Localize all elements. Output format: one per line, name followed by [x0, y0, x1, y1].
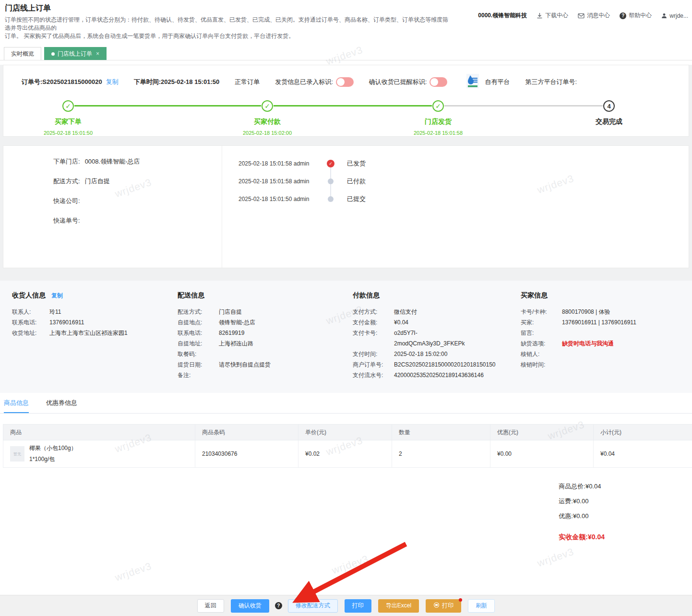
receipt-reminder-toggle[interactable]	[430, 77, 447, 87]
product-spec: 1*100g/包	[29, 455, 77, 463]
modify-delivery-button[interactable]: 修改配送方式	[288, 599, 338, 613]
platform-type: 自有平台	[485, 78, 510, 86]
envelope-icon	[578, 13, 585, 19]
footer-action-bar: 返回 确认收货 ? 修改配送方式 打印 导出Excel 打印 刷新	[0, 595, 692, 616]
order-info-row: 订单号:S2025021815000020 复制 下单时间:2025-02-18…	[3, 74, 689, 90]
company-name: 0000.领锋智能科技	[478, 12, 527, 20]
question-circle-icon: ?	[620, 12, 626, 19]
dot-icon	[328, 178, 334, 184]
store-value: 0008.领锋智能-总店	[85, 157, 140, 166]
top-navigation: 0000.领锋智能科技 下载中心 消息中心 ? 帮助中心 wrjde...	[478, 12, 688, 20]
copy-order-no-link[interactable]: 复制	[106, 78, 119, 86]
order-type: 正常订单	[235, 78, 260, 86]
product-name: 椰果（小包100g）	[29, 444, 77, 452]
step-transaction-complete: 4 交易完成	[556, 100, 662, 126]
tab-coupon-info[interactable]: 优惠券信息	[46, 399, 77, 413]
payment-info-column: 付款信息 支付方式:微信支付 支付金额:¥0.04 支付卡号:o2d5Y7I- …	[353, 291, 521, 380]
product-discount: ¥0.00	[490, 440, 594, 468]
third-party-order-label: 第三方平台订单号:	[525, 78, 577, 86]
toggle-knob	[430, 78, 438, 86]
discount-value: ¥0.00	[573, 512, 589, 520]
download-icon	[537, 12, 543, 19]
tab-bar: 实时概览 门店线上订单 ×	[0, 46, 692, 60]
step-buyer-payment: ✓ 买家付款 2025-02-18 15:02:00	[215, 100, 320, 136]
tab-close-icon[interactable]: ×	[96, 50, 99, 57]
shipping-info-toggle[interactable]	[336, 77, 354, 87]
timeline-entry: 2025-02-18 15:01:58 admin ✓ 已发货	[239, 154, 689, 172]
order-time-value: 2025-02-18 15:01:50	[161, 78, 219, 85]
order-info-section: 收货人信息复制 联系人:玲11 联系电话:13769016911 收货地址:上海…	[0, 281, 692, 393]
store-info-panel: 下单门店:0008.领锋智能-总店 配送方式:门店自提 快递公司: 快递单号:	[3, 146, 222, 268]
store-online-order-page: wrjdev3 wrjdev3 wrjdev3 wrjdev3 wrjdev3 …	[0, 0, 692, 616]
product-barcode: 21034030676	[195, 440, 298, 468]
watermark: wrjdev3	[330, 553, 370, 577]
product-subtotal: ¥0.04	[594, 440, 692, 468]
tab-realtime-overview[interactable]: 实时概览	[4, 47, 41, 60]
step-store-shipment: ✓ 门店发货 2025-02-18 15:01:58	[385, 100, 491, 136]
toggle-knob	[337, 78, 345, 86]
actual-amount: 实收金额:¥0.04	[559, 533, 605, 542]
order-totals: 商品总价:¥0.04 运费:¥0.00 优惠:¥0.00 实收金额:¥0.04	[0, 482, 605, 542]
export-excel-button[interactable]: 导出Excel	[378, 599, 419, 613]
goods-total-value: ¥0.04	[585, 483, 601, 490]
watermark: wrjdev3	[536, 546, 575, 569]
confirm-help-badge-icon[interactable]: ?	[275, 602, 282, 609]
order-progress-steps: ✓ 买家下单 2025-02-18 15:01:50 ✓ 买家付款 2025-0…	[3, 100, 689, 144]
timeline-entry: 2025-02-18 15:01:50 admin 已提交	[239, 190, 689, 208]
check-circle-icon: ✓	[62, 100, 74, 112]
user-menu[interactable]: wrjde...	[661, 12, 688, 19]
refresh-button[interactable]: 刷新	[468, 599, 495, 613]
help-center-link[interactable]: ? 帮助中心	[620, 12, 652, 20]
product-table-wrap: 商品 商品条码 单价(元) 数量 优惠(元) 小计(元) 暂无 椰果（小包100…	[3, 424, 692, 468]
order-no-value: S2025021815000020	[42, 78, 102, 85]
delivery-info-column: 配送信息 配送方式:门店自提 自提地点:领锋智能-总店 联系电话:8261991…	[178, 291, 353, 380]
order-time-label: 下单时间:	[134, 78, 161, 86]
check-circle-icon: ✓	[432, 100, 444, 112]
table-row: 暂无 椰果（小包100g） 1*100g/包 21034030676 ¥0.02…	[3, 440, 692, 468]
order-no-label: 订单号:	[22, 78, 42, 86]
check-circle-icon: ✓	[262, 100, 273, 112]
tab-product-info[interactable]: 商品信息	[4, 399, 29, 413]
content-area: 订单号:S2025021815000020 复制 下单时间:2025-02-18…	[0, 65, 692, 393]
tab-store-online-order[interactable]: 门店线上订单 ×	[44, 47, 107, 60]
product-qty: 2	[392, 440, 490, 468]
buyer-info-column: 买家信息 卡号/卡种:8800170908 | 体验 买家:1376901691…	[521, 291, 692, 380]
page-description-line1: 订单按照不同的状态进行管理，订单状态分别为：待付款、待确认、待发货、优品直发、已…	[5, 16, 451, 32]
delivery-method-value: 门店自提	[85, 177, 110, 186]
platform-logo	[466, 74, 479, 90]
back-button[interactable]: 返回	[197, 599, 224, 613]
tab-active-dot	[51, 52, 55, 56]
download-center-link[interactable]: 下载中心	[537, 12, 568, 20]
page-description-line2: 订单。 买家购买了优品商品后，系统会自动生成一笔要货单，用于商家确认订单向平台支…	[5, 32, 451, 40]
product-tab-bar: 商品信息 优惠券信息	[0, 393, 692, 414]
order-summary-card: 订单号:S2025021815000020 复制 下单时间:2025-02-18…	[3, 65, 689, 137]
order-detail-card: 下单门店:0008.领锋智能-总店 配送方式:门店自提 快递公司: 快递单号: …	[3, 145, 689, 268]
product-price: ¥0.02	[298, 440, 392, 468]
freight-value: ¥0.00	[573, 498, 589, 505]
check-dot-icon: ✓	[327, 160, 334, 167]
table-header-row: 商品 商品条码 单价(元) 数量 优惠(元) 小计(元)	[3, 425, 692, 440]
stockout-option-value: 缺货时电话与我沟通	[562, 338, 614, 349]
cloud-print-button[interactable]: 打印	[426, 599, 461, 613]
print-button[interactable]: 打印	[345, 599, 371, 613]
receipt-reminder-label: 确认收货已提醒标识:	[369, 78, 427, 86]
printer-icon	[433, 602, 440, 609]
step-buyer-order: ✓ 买家下单 2025-02-18 15:01:50	[15, 100, 121, 136]
copy-receiver-link[interactable]: 复制	[51, 292, 63, 299]
timeline-entry: 2025-02-18 15:01:58 admin 已付款	[239, 172, 689, 190]
app-header: 门店线上订单 订单按照不同的状态进行管理，订单状态分别为：待付款、待确认、待发货…	[0, 0, 692, 46]
step-number-icon: 4	[603, 100, 615, 112]
watermark: wrjdev3	[113, 560, 153, 584]
notification-dot	[459, 598, 462, 602]
confirm-receipt-button[interactable]: 确认收货	[231, 599, 269, 613]
dot-icon	[328, 196, 334, 202]
product-table: 商品 商品条码 单价(元) 数量 优惠(元) 小计(元) 暂无 椰果（小包100…	[3, 424, 692, 468]
message-center-link[interactable]: 消息中心	[578, 12, 610, 20]
order-log-timeline: 2025-02-18 15:01:58 admin ✓ 已发货 2025-02-…	[222, 146, 689, 268]
receiver-info-column: 收货人信息复制 联系人:玲11 联系电话:13769016911 收货地址:上海…	[12, 291, 178, 380]
user-icon	[661, 13, 667, 19]
product-image-placeholder: 暂无	[10, 446, 24, 462]
shipping-flag-label: 发货信息已录入标识:	[275, 78, 333, 86]
